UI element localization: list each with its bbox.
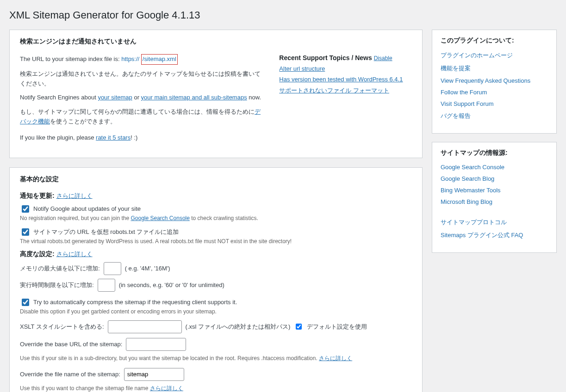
about-link-2[interactable]: View Frequently Asked Questions bbox=[441, 77, 548, 84]
sitemap-proto-link[interactable]: https:// bbox=[121, 55, 139, 62]
base-url-label: Override the base URL of the sitemap: bbox=[20, 341, 122, 348]
filename-learn-more-link[interactable]: さらに詳しく bbox=[150, 385, 183, 392]
notify-suffix: now. bbox=[247, 94, 261, 101]
support-item-1[interactable]: Has version been tested with WordPress 6… bbox=[279, 76, 412, 83]
filename-hint-text: Use this if you want to change the sitem… bbox=[20, 385, 150, 392]
compress-checkbox[interactable] bbox=[22, 299, 29, 306]
rate-suffix: ! :) bbox=[131, 134, 137, 141]
base-url-learn-more-link[interactable]: さらに詳しく bbox=[319, 355, 352, 361]
filename-label: Override the file name of the sitemap: bbox=[20, 371, 120, 378]
resources-card: サイトマップの情報源: Google Search Console Google… bbox=[432, 142, 557, 253]
xslt-default-checkbox[interactable] bbox=[296, 324, 302, 330]
resource-link-0[interactable]: Google Search Console bbox=[441, 164, 548, 171]
resource-link-1[interactable]: Google Search Blog bbox=[441, 175, 548, 182]
support-item-0[interactable]: Alter url structure bbox=[279, 65, 412, 72]
your-sitemap-link[interactable]: your sitemap bbox=[98, 94, 132, 101]
google-hint-prefix: No registration required, but you can jo… bbox=[20, 215, 131, 221]
resource-link-5[interactable]: Sitemaps プラグイン公式 FAQ bbox=[441, 231, 548, 239]
about-link-3[interactable]: Follow the Forum bbox=[441, 89, 548, 96]
xslt-label: XSLT スタイルシートを含める: bbox=[20, 323, 104, 331]
not-notified-text: 検索エンジンは通知されていません。あなたのサイトマップを知らせるには投稿を書いて… bbox=[20, 69, 265, 89]
resource-link-3[interactable]: Microsoft Bing Blog bbox=[441, 198, 548, 205]
support-list: Alter url structure Has version been tes… bbox=[279, 65, 412, 95]
status-heading: 検索エンジンはまだ通知されていません bbox=[20, 37, 412, 46]
disable-support-link[interactable]: Disable bbox=[374, 55, 392, 61]
notify-line: Notify Search Engines about your sitemap… bbox=[20, 93, 265, 103]
support-item-2[interactable]: サポートされないファイル フォーマット bbox=[279, 86, 412, 95]
about-link-1[interactable]: 機能を提案 bbox=[441, 64, 548, 73]
xslt-hint: (.xsl ファイルへの絶対または相対パス) bbox=[186, 323, 291, 331]
basic-heading: 基本的な設定 bbox=[20, 175, 412, 184]
resource-link-4[interactable]: サイトマッププロトコル bbox=[441, 218, 548, 227]
debug-prefix: もし、サイトマップに関して何らかの問題に遭遇している場合には、情報を得るために bbox=[20, 108, 255, 115]
google-console-link[interactable]: Google Search Console bbox=[131, 215, 189, 221]
update-learn-more-link[interactable]: さらに詳しく bbox=[56, 192, 93, 199]
url-prefix-text: The URL to your sitemap index file is: bbox=[20, 55, 121, 62]
xslt-input[interactable] bbox=[108, 320, 182, 333]
advanced-label: 高度な設定: bbox=[20, 250, 55, 257]
google-hint: No registration required, but you can jo… bbox=[20, 215, 412, 221]
filename-hint: Use this if you want to change the sitem… bbox=[20, 385, 412, 392]
memory-hint: ( e.g. '4M', '16M') bbox=[125, 265, 170, 272]
rate-link[interactable]: rate it 5 stars bbox=[96, 134, 131, 141]
google-hint-suffix: to check crawling statistics. bbox=[190, 215, 258, 221]
about-heading: このプラグインについて: bbox=[441, 37, 548, 45]
base-url-hint-text: Use this if your site is in a sub-direct… bbox=[20, 355, 319, 361]
memory-input[interactable] bbox=[104, 262, 121, 275]
status-card: 検索エンジンはまだ通知されていません The URL to your sitem… bbox=[9, 30, 423, 158]
rate-prefix: If you like the plugin, please bbox=[20, 134, 96, 141]
sitemap-url-line: The URL to your sitemap index file is: h… bbox=[20, 54, 265, 65]
compress-label: Try to automatically compress the sitema… bbox=[33, 299, 237, 306]
about-link-5[interactable]: バグを報告 bbox=[441, 112, 548, 120]
rate-line: If you like the plugin, please rate it 5… bbox=[20, 133, 265, 143]
filename-input[interactable] bbox=[124, 368, 184, 381]
robots-label: サイトマップの URL を仮想 robots.txt ファイルに追加 bbox=[33, 228, 179, 236]
base-url-hint: Use this if your site is in a sub-direct… bbox=[20, 355, 412, 362]
compress-hint: Disable this option if you get garbled c… bbox=[20, 308, 412, 315]
notify-prefix: Notify Search Engines about bbox=[20, 94, 98, 101]
debug-suffix: を使うことができます。 bbox=[50, 118, 116, 125]
support-heading: Recent Support Topics / News Disable bbox=[279, 54, 412, 61]
memory-label: メモリの最大値を以下に増加: bbox=[20, 264, 100, 273]
robots-hint: The virtual robots.txt generated by Word… bbox=[20, 238, 412, 245]
robots-checkbox[interactable] bbox=[22, 228, 29, 236]
sitemap-path-highlight: /sitemap.xml bbox=[141, 54, 178, 65]
notify-google-checkbox[interactable] bbox=[22, 205, 29, 213]
basic-settings-card: 基本的な設定 通知を更新: さらに詳しく Notify Google about… bbox=[9, 167, 423, 392]
about-link-4[interactable]: Visit Support Forum bbox=[441, 100, 548, 107]
advanced-learn-more-link[interactable]: さらに詳しく bbox=[56, 251, 93, 257]
page-title: XML Sitemap Generator for Google 4.1.13 bbox=[9, 9, 557, 21]
support-heading-text: Recent Support Topics / News bbox=[279, 54, 373, 61]
sitemap-path-link[interactable]: /sitemap.xml bbox=[143, 55, 176, 62]
resource-link-2[interactable]: Bing Webmaster Tools bbox=[441, 187, 548, 194]
time-label: 実行時間制限を以下に増加: bbox=[20, 281, 94, 289]
base-url-input[interactable] bbox=[126, 338, 186, 351]
about-plugin-card: このプラグインについて: プラグインのホームページ 機能を提案 View Fre… bbox=[432, 30, 557, 134]
resources-heading: サイトマップの情報源: bbox=[441, 149, 548, 157]
update-notify-label: 通知を更新: bbox=[20, 192, 55, 199]
xslt-default-label: デフォルト設定を使用 bbox=[307, 323, 367, 331]
about-link-0[interactable]: プラグインのホームページ bbox=[441, 51, 548, 60]
time-input[interactable] bbox=[98, 279, 115, 292]
all-sitemaps-link[interactable]: your main sitemap and all sub-sitemaps bbox=[141, 94, 247, 101]
notify-or: or bbox=[132, 94, 141, 101]
debug-line: もし、サイトマップに関して何らかの問題に遭遇している場合には、情報を得るためにデ… bbox=[20, 107, 265, 127]
time-hint: (in seconds, e.g. '60' or '0' for unlimi… bbox=[119, 282, 224, 288]
notify-google-label: Notify Google about updates of your site bbox=[33, 205, 141, 212]
